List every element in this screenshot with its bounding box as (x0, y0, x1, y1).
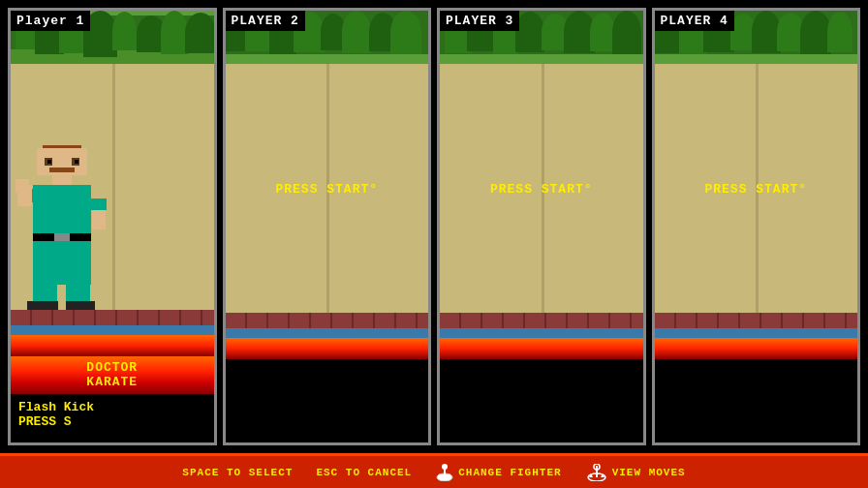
player2-press-start: PRESS START° (275, 181, 378, 196)
svg-rect-20 (92, 210, 106, 229)
player2-label: PLAYER 2 (226, 11, 305, 31)
cancel-label: ESC TO CANCEL (316, 467, 412, 478)
character-select-screen: Player 1 (0, 0, 868, 453)
player1-name-banner: DOCTORKARATE (11, 356, 214, 394)
bottom-bar-change: CHANGE FIGHTER (423, 464, 573, 481)
player3-label: PLAYER 3 (440, 11, 519, 31)
svg-rect-14 (27, 301, 58, 310)
bottom-bar-view: VIEW MOVES (574, 464, 698, 481)
player3-scene: PLAYER 3 PRESS START° (440, 11, 643, 359)
player4-scene: PLAYER 4 PRESS START° (655, 11, 858, 359)
change-fighter-label: CHANGE FIGHTER (458, 467, 561, 478)
player1-info: Flash Kick PRESS S (11, 394, 214, 442)
player4-label: PLAYER 4 (655, 11, 734, 31)
player1-scene: Player 1 (11, 11, 214, 356)
svg-rect-27 (596, 466, 598, 477)
player4-panel: PLAYER 4 PRESS START° (652, 8, 861, 445)
svg-rect-6 (49, 168, 75, 172)
player1-label: Player 1 (11, 11, 90, 31)
select-label: SPACE TO SELECT (182, 467, 293, 478)
svg-rect-5 (75, 160, 78, 164)
svg-rect-10 (54, 233, 70, 241)
svg-rect-7 (52, 175, 72, 185)
svg-rect-15 (66, 301, 95, 310)
player1-move-name: Flash Kick (18, 400, 206, 414)
player1-character (16, 140, 108, 310)
view-moves-label: VIEW MOVES (612, 467, 686, 478)
player1-move-input: PRESS S (18, 414, 206, 429)
player1-character-name: DOCTORKARATE (86, 360, 138, 390)
svg-rect-18 (16, 179, 29, 193)
joystick-icon (435, 464, 454, 481)
player2-panel: PLAYER 2 PRESS START° (223, 8, 432, 445)
svg-point-23 (442, 464, 448, 470)
joystick-view-icon (585, 464, 608, 481)
player1-panel: Player 1 (8, 8, 217, 445)
player4-press-start: PRESS START° (704, 181, 807, 196)
player2-scene: PLAYER 2 PRESS START° (226, 11, 429, 359)
player3-panel: PLAYER 3 PRESS START° (437, 8, 646, 445)
svg-rect-11 (33, 241, 91, 285)
svg-rect-4 (47, 160, 51, 164)
bottom-bar-select: SPACE TO SELECT (170, 467, 304, 478)
player3-press-start: PRESS START° (490, 181, 593, 196)
svg-rect-19 (91, 198, 107, 210)
bottom-bar: SPACE TO SELECT ESC TO CANCEL CHANGE FIG… (0, 453, 868, 488)
svg-rect-8 (33, 185, 91, 233)
bottom-bar-cancel: ESC TO CANCEL (304, 467, 423, 478)
